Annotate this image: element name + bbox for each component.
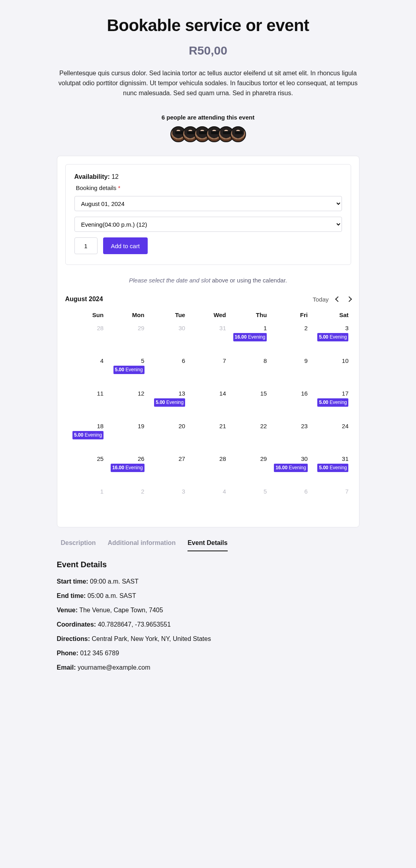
calendar-cell[interactable]: 27: [147, 454, 188, 486]
calendar-dow: Sun: [65, 309, 106, 323]
calendar-cell[interactable]: 10: [310, 356, 351, 388]
calendar-cell[interactable]: 25: [65, 454, 106, 486]
calendar-hint-rest: above or using the calendar.: [210, 277, 287, 284]
calendar-cell[interactable]: 116.00 Evening: [229, 323, 270, 356]
calendar-cell: 29: [106, 323, 147, 356]
tab-description[interactable]: Description: [61, 539, 96, 551]
calendar-day-number: 24: [312, 423, 349, 429]
calendar-dow: Sat: [310, 309, 351, 323]
calendar-day-number: 17: [312, 390, 349, 397]
calendar-cell[interactable]: 11: [65, 388, 106, 421]
calendar-next-icon[interactable]: [346, 296, 352, 302]
slot-select[interactable]: Evening(04:00 p.m.) (12): [74, 217, 342, 232]
date-select[interactable]: August 01, 2024: [74, 196, 342, 211]
add-to-cart-button[interactable]: Add to cart: [103, 237, 148, 254]
event-detail-value: Central Park, New York, NY, United State…: [92, 635, 211, 642]
calendar-cell[interactable]: 175.00 Evening: [310, 388, 351, 421]
product-description: Pellentesque quis cursus dolor. Sed laci…: [57, 69, 359, 98]
calendar-day-number: 15: [231, 390, 267, 397]
calendar-day-number: 13: [149, 390, 186, 397]
calendar-day-number: 7: [312, 488, 349, 495]
calendar-prev-icon[interactable]: [335, 296, 340, 302]
calendar-grid: SunMonTueWedThuFriSat28293031116.00 Even…: [65, 309, 351, 519]
calendar-cell[interactable]: 2616.00 Evening: [106, 454, 147, 486]
calendar-event-pill[interactable]: 5.00 Evening: [113, 366, 145, 374]
calendar-event-pill[interactable]: 5.00 Evening: [317, 464, 348, 472]
calendar-day-number: 5: [231, 488, 267, 495]
calendar-cell[interactable]: 20: [147, 421, 188, 454]
calendar-day-number: 18: [68, 423, 104, 429]
calendar-cell[interactable]: 185.00 Evening: [65, 421, 106, 454]
calendar-event-pill[interactable]: 16.00 Evening: [111, 464, 145, 472]
event-detail-label: Coordinates:: [57, 621, 96, 628]
calendar-cell[interactable]: 9: [269, 356, 310, 388]
event-detail-value: yourname@example.com: [78, 664, 150, 671]
calendar-cell[interactable]: 315.00 Evening: [310, 454, 351, 486]
today-button[interactable]: Today: [312, 296, 328, 303]
calendar-cell: 2: [106, 486, 147, 519]
calendar-day-number: 2: [108, 488, 145, 495]
calendar-day-number: 31: [190, 325, 226, 331]
calendar-cell: 3: [147, 486, 188, 519]
calendar-event-pill[interactable]: 5.00 Evening: [317, 333, 348, 341]
calendar-cell[interactable]: 55.00 Evening: [106, 356, 147, 388]
calendar-day-number: 29: [108, 325, 145, 331]
calendar-day-number: 7: [190, 357, 226, 364]
calendar-cell[interactable]: 23: [269, 421, 310, 454]
calendar-dow: Fri: [269, 309, 310, 323]
calendar-cell[interactable]: 135.00 Evening: [147, 388, 188, 421]
calendar-cell[interactable]: 7: [187, 356, 229, 388]
calendar-day-number: 6: [271, 488, 308, 495]
calendar-event-pill[interactable]: 5.00 Evening: [317, 398, 348, 407]
event-detail-row: Coordinates: 40.7828647, -73.9653551: [57, 621, 359, 628]
calendar-cell[interactable]: 21: [187, 421, 229, 454]
event-detail-row: Venue: The Venue, Cape Town, 7405: [57, 607, 359, 614]
calendar-day-number: 3: [149, 488, 186, 495]
calendar-event-pill[interactable]: 16.00 Evening: [233, 333, 267, 341]
event-detail-value: 012 345 6789: [80, 650, 119, 656]
calendar-event-pill[interactable]: 5.00 Evening: [154, 398, 185, 407]
calendar-cell[interactable]: 35.00 Evening: [310, 323, 351, 356]
calendar-day-number: 23: [271, 423, 308, 429]
calendar-cell: 31: [187, 323, 229, 356]
calendar-event-pill[interactable]: 16.00 Evening: [274, 464, 308, 472]
page-title: Bookable service or event: [57, 16, 359, 35]
calendar-cell: 5: [229, 486, 270, 519]
calendar-cell[interactable]: 19: [106, 421, 147, 454]
event-detail-value: The Venue, Cape Town, 7405: [79, 607, 163, 613]
calendar-day-number: 25: [68, 455, 104, 462]
calendar-day-number: 14: [190, 390, 226, 397]
price: R50,00: [57, 44, 359, 57]
tab-additional[interactable]: Additional information: [108, 539, 176, 551]
calendar-cell[interactable]: 3016.00 Evening: [269, 454, 310, 486]
calendar-cell[interactable]: 6: [147, 356, 188, 388]
calendar-cell[interactable]: 24: [310, 421, 351, 454]
attendee-avatars: [57, 126, 359, 142]
calendar-cell[interactable]: 4: [65, 356, 106, 388]
calendar-cell[interactable]: 29: [229, 454, 270, 486]
calendar-dow: Wed: [187, 309, 229, 323]
calendar-day-number: 28: [190, 455, 226, 462]
calendar-day-number: 19: [108, 423, 145, 429]
calendar-cell[interactable]: 15: [229, 388, 270, 421]
calendar-cell[interactable]: 2: [269, 323, 310, 356]
calendar-cell[interactable]: 22: [229, 421, 270, 454]
quantity-input[interactable]: [74, 237, 98, 254]
calendar-day-number: 26: [108, 455, 145, 462]
calendar-cell[interactable]: 8: [229, 356, 270, 388]
event-detail-value: 40.7828647, -73.9653551: [98, 621, 171, 628]
calendar-cell[interactable]: 12: [106, 388, 147, 421]
calendar-dow: Thu: [229, 309, 270, 323]
calendar-cell[interactable]: 16: [269, 388, 310, 421]
calendar-hint: Please select the date and slot above or…: [65, 277, 351, 284]
required-star: *: [118, 184, 120, 191]
calendar-event-pill[interactable]: 5.00 Evening: [72, 431, 104, 439]
tab-event-details[interactable]: Event Details: [187, 539, 227, 551]
event-detail-label: Start time:: [57, 578, 88, 585]
calendar-day-number: 4: [68, 357, 104, 364]
calendar-cell[interactable]: 28: [187, 454, 229, 486]
calendar-day-number: 29: [231, 455, 267, 462]
calendar-cell[interactable]: 14: [187, 388, 229, 421]
event-detail-row: Email: yourname@example.com: [57, 664, 359, 671]
event-detail-row: Directions: Central Park, New York, NY, …: [57, 635, 359, 643]
